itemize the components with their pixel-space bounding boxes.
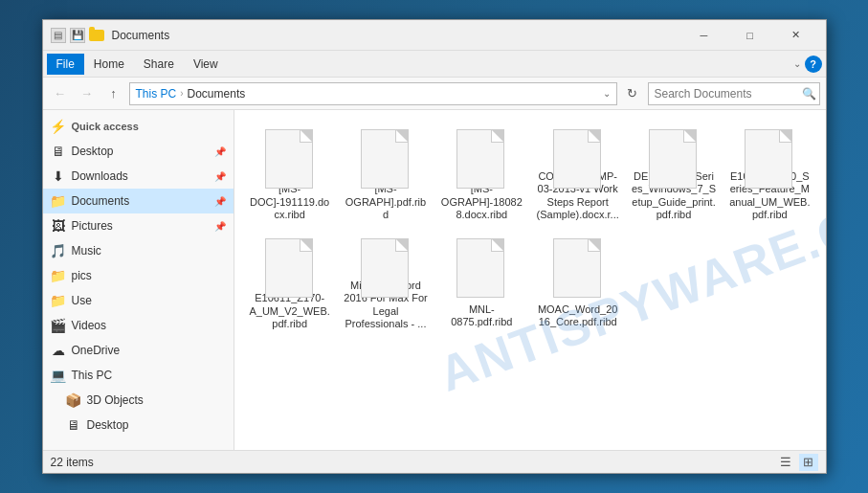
sidebar-item-label: Documents (72, 194, 130, 208)
folder-title-icon (89, 30, 104, 41)
sidebar-item-label: Desktop (72, 145, 114, 158)
file-icon (551, 127, 605, 167)
sidebar-item-label: Downloads (72, 169, 128, 183)
sidebar-item-label: Music (72, 244, 101, 258)
3d-objects-icon: 📦 (66, 392, 81, 408)
sidebar-item-music[interactable]: 🎵 Music (43, 238, 234, 263)
file-page (649, 129, 697, 189)
statusbar: 22 items ☰ ⊞ (43, 450, 826, 473)
sidebar-item-label: Quick access (72, 121, 139, 132)
file-page (456, 238, 504, 298)
downloads-icon: ⬇ (51, 168, 66, 184)
sidebar-item-use[interactable]: 📁 Use (43, 288, 234, 313)
file-name: MNL-0875.pdf.ribd (439, 303, 523, 328)
file-item[interactable]: MOAC_Word_2016_Core.pdf.ribd (532, 229, 624, 334)
sidebar-item-label: Desktop (87, 418, 129, 432)
file-item[interactable]: [MS-OGRAPH]-180828.docx.ribd (435, 120, 527, 225)
content-wrapper: ANTISPYWARE.COM [MS-DOC]-191119.docx.rib… (234, 110, 826, 450)
file-name: E10611_Z170-A_UM_V2_WEB.pdf.ribd (248, 292, 332, 330)
file-item[interactable]: COP-WFP-TMP-03-2013-v1 Work Steps Report… (532, 120, 624, 225)
menu-chevron: ⌄ ? (793, 56, 822, 73)
sidebar-item-onedrive[interactable]: ☁ OneDrive (43, 338, 234, 363)
file-name: MOAC_Word_2016_Core.pdf.ribd (536, 303, 620, 328)
file-item[interactable]: E10611_Z170-A_UM_V2_WEB.pdf.ribd (244, 229, 336, 334)
file-item[interactable]: [MS-DOC]-191119.docx.ribd (244, 120, 336, 225)
menu-share[interactable]: Share (134, 54, 184, 75)
back-button[interactable]: ← (49, 82, 72, 105)
file-icon (263, 127, 317, 179)
file-grid: [MS-DOC]-191119.docx.ribd [MS-OGRAPH].pd… (234, 110, 826, 450)
sidebar-item-desktop[interactable]: 🖥 Desktop 📌 (43, 139, 234, 164)
window-title: Documents (112, 29, 682, 42)
this-pc-crumb[interactable]: This PC (136, 87, 177, 101)
file-item[interactable]: E10527_Z170_Series_Feature_Manual_UM_WEB… (723, 120, 815, 225)
maximize-button[interactable]: □ (728, 20, 772, 51)
file-item[interactable]: Microsoft Word 2016 For Max For Legal Pr… (340, 229, 432, 334)
documents-crumb[interactable]: Documents (188, 87, 246, 101)
sidebar-item-3d-objects[interactable]: 📦 3D Objects (43, 388, 234, 413)
file-page (553, 129, 601, 189)
file-item[interactable]: [MS-OGRAPH].pdf.ribd (340, 120, 432, 225)
sidebar-item-this-pc[interactable]: 💻 This PC (43, 363, 234, 388)
view-controls: ☰ ⊞ (776, 454, 818, 471)
file-item[interactable]: DE164_100_Series_Windows_7_Setup_Guide_p… (628, 120, 720, 225)
file-page (361, 238, 409, 298)
file-name: [MS-OGRAPH].pdf.ribd (344, 183, 428, 221)
title-text: Documents (112, 29, 170, 42)
music-icon: 🎵 (51, 243, 66, 258)
file-icon (359, 127, 412, 179)
search-icon[interactable]: 🔍 (802, 87, 816, 101)
quick-access-icon: ⚡ (51, 119, 66, 134)
sidebar-item-label: Videos (72, 319, 106, 332)
close-button[interactable]: ✕ (774, 20, 818, 51)
titlebar: ▤ 💾 Documents ─ □ ✕ (43, 20, 826, 51)
grid-view-button[interactable]: ⊞ (799, 454, 818, 471)
breadcrumb-separator: › (180, 88, 183, 99)
sidebar-item-documents[interactable]: 📁 Documents 📌 (43, 189, 234, 213)
file-page (265, 238, 313, 298)
address-bar[interactable]: This PC › Documents ⌄ (129, 82, 617, 105)
sidebar-item-downloads[interactable]: ⬇ Downloads 📌 (43, 164, 234, 189)
address-dropdown-icon[interactable]: ⌄ (603, 88, 611, 99)
file-name: [MS-OGRAPH]-180828.docx.ribd (439, 183, 523, 221)
menu-home[interactable]: Home (84, 54, 134, 75)
menubar: File Home Share View ⌄ ? (43, 51, 826, 78)
sidebar-item-pics[interactable]: 📁 pics (43, 263, 234, 288)
this-pc-icon: 💻 (51, 368, 66, 383)
sidebar-item-videos[interactable]: 🎬 Videos (43, 313, 234, 338)
addressbar: ← → ↑ This PC › Documents ⌄ ↻ 🔍 (43, 78, 826, 110)
sidebar-item-quick-access-header: ⚡ Quick access (43, 114, 234, 139)
sidebar-item-pictures[interactable]: 🖼 Pictures 📌 (43, 213, 234, 238)
pin-icon: 📌 (214, 196, 226, 207)
up-button[interactable]: ↑ (102, 82, 125, 105)
file-item[interactable]: MNL-0875.pdf.ribd (435, 229, 527, 334)
videos-icon: 🎬 (51, 318, 66, 333)
pics-icon: 📁 (51, 268, 66, 283)
sidebar-item-desktop2[interactable]: 🖥 Desktop (43, 413, 234, 437)
sidebar-item-label: Pictures (72, 219, 113, 233)
sidebar-item-label: pics (72, 269, 92, 282)
sidebar-item-label: Use (72, 294, 92, 307)
onedrive-icon: ☁ (51, 343, 66, 358)
menu-file[interactable]: File (47, 54, 84, 75)
pin-icon: 📌 (214, 146, 226, 157)
pictures-icon: 🖼 (51, 218, 66, 234)
file-name: [MS-DOC]-191119.docx.ribd (248, 183, 332, 221)
save-icon: 💾 (70, 28, 85, 43)
minimize-button[interactable]: ─ (682, 20, 726, 51)
sidebar-item-label: OneDrive (72, 344, 121, 357)
file-page (456, 129, 504, 189)
forward-button[interactable]: → (76, 82, 99, 105)
menu-view[interactable]: View (184, 54, 228, 75)
search-box[interactable]: 🔍 (648, 82, 820, 105)
use-icon: 📁 (51, 293, 66, 308)
file-icon (455, 127, 508, 179)
page-icon: ▤ (51, 28, 66, 43)
desktop-icon: 🖥 (51, 144, 66, 159)
sidebar-item-label: 3D Objects (87, 393, 144, 407)
list-view-button[interactable]: ☰ (776, 454, 795, 471)
search-input[interactable] (655, 87, 798, 101)
help-button[interactable]: ? (805, 56, 822, 73)
refresh-button[interactable]: ↻ (621, 82, 644, 105)
pin-icon: 📌 (214, 171, 226, 182)
